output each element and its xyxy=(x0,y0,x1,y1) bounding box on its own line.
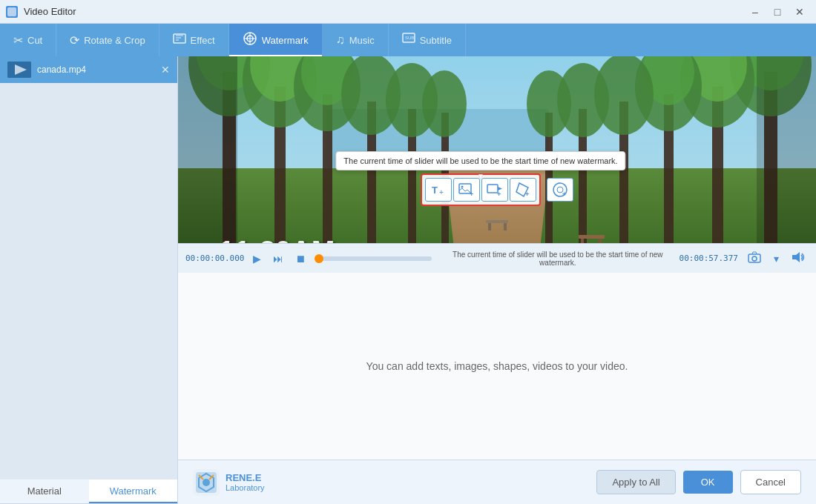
app-icon xyxy=(6,6,18,18)
rotate-icon: ⟳ xyxy=(70,33,79,47)
controls-bar: 00:00:00.000 ▶ ⏭ ⏹ The current time of s… xyxy=(178,243,816,273)
ok-button[interactable]: OK xyxy=(683,471,733,494)
video-area: 11:30AM NIZZA GARD The current time of s… xyxy=(178,56,816,504)
tab-subtitle-label: Subtitle xyxy=(420,35,452,46)
sub-tab-material[interactable]: Material xyxy=(0,480,89,503)
progress-thumb xyxy=(315,254,323,263)
maximize-button[interactable]: □ xyxy=(767,1,788,22)
controls-info-text: The current time of slider will be used … xyxy=(442,251,673,267)
logo-line2: Laboratory xyxy=(226,483,265,492)
tab-effect[interactable]: Effect xyxy=(159,24,229,56)
content-area: You can add texts, images, shapes, video… xyxy=(178,273,816,460)
svg-point-29 xyxy=(422,70,467,137)
left-panel: canada.mp4 ✕ Material Watermark xyxy=(0,56,178,504)
logo-line1: RENE.E xyxy=(226,472,265,483)
svg-point-72 xyxy=(203,479,210,486)
video-player: 11:30AM NIZZA GARD The current time of s… xyxy=(178,56,816,243)
svg-text:11:30AM: 11:30AM xyxy=(219,236,335,243)
svg-text:+: + xyxy=(525,190,529,198)
tab-watermark[interactable]: Watermark xyxy=(229,24,323,56)
sub-tab-watermark[interactable]: Watermark xyxy=(89,480,178,503)
watermark-icon xyxy=(243,32,257,48)
progress-track[interactable] xyxy=(319,256,432,261)
file-browser xyxy=(0,83,177,480)
step-button[interactable]: ⏭ xyxy=(270,250,286,268)
svg-rect-0 xyxy=(7,7,16,16)
logo-text: RENE.E Laboratory xyxy=(226,472,265,492)
svg-text:+: + xyxy=(439,188,444,196)
tab-cut[interactable]: ✂ Cut xyxy=(0,24,56,56)
svg-rect-49 xyxy=(599,239,602,243)
watermark-popup-text: The current time of slider will be used … xyxy=(335,151,625,170)
video-scene: 11:30AM NIZZA GARD xyxy=(178,56,816,243)
svg-point-58 xyxy=(461,186,464,188)
svg-text:+: + xyxy=(562,190,566,198)
stop-button[interactable]: ⏹ xyxy=(292,250,309,268)
tab-cut-label: Cut xyxy=(27,35,42,46)
cut-icon: ✂ xyxy=(13,33,23,47)
add-watermark-extra-button[interactable]: + xyxy=(547,178,573,202)
tab-subtitle[interactable]: SUB Subtitle xyxy=(389,24,466,56)
tab-music[interactable]: ♫ Music xyxy=(323,24,389,56)
tab-rotate-label: Rotate & Crop xyxy=(84,35,145,46)
svg-text:SUB: SUB xyxy=(405,36,414,40)
svg-rect-51 xyxy=(488,223,491,231)
title-bar: Video Editor – □ ✕ xyxy=(0,0,816,24)
title-bar-left: Video Editor xyxy=(6,6,76,18)
apply-to-all-button[interactable]: Apply to All xyxy=(596,470,675,494)
window-controls: – □ ✕ xyxy=(745,1,810,22)
add-video-watermark-button[interactable]: + xyxy=(481,178,508,202)
file-close-button[interactable]: ✕ xyxy=(161,64,170,76)
file-thumbnail xyxy=(7,62,31,78)
time-end: 00:00:57.377 xyxy=(680,253,738,263)
file-name: canada.mp4 xyxy=(37,64,155,75)
music-icon: ♫ xyxy=(336,33,345,47)
app-title: Video Editor xyxy=(24,6,76,17)
svg-rect-47 xyxy=(579,235,605,239)
tab-effect-label: Effect xyxy=(191,35,215,46)
add-text-watermark-button[interactable]: T+ xyxy=(425,178,452,202)
popup-message: The current time of slider will be used … xyxy=(343,156,617,165)
tab-music-label: Music xyxy=(349,35,375,46)
screenshot-button[interactable] xyxy=(744,248,765,270)
main-layout: canada.mp4 ✕ Material Watermark xyxy=(0,56,816,504)
tab-bar: ✂ Cut ⟳ Rotate & Crop Effect Watermark ♫… xyxy=(0,24,816,56)
minimize-button[interactable]: – xyxy=(745,1,766,22)
sub-tabs: Material Watermark xyxy=(0,480,177,504)
add-image-watermark-button[interactable]: + xyxy=(453,178,480,202)
watermark-toolbar: The current time of slider will be used … xyxy=(421,173,573,206)
subtitle-icon: SUB xyxy=(402,32,415,48)
svg-rect-48 xyxy=(581,239,584,243)
svg-text:T: T xyxy=(432,185,438,196)
bottom-bar: RENE.E Laboratory Apply to All OK Cancel xyxy=(178,460,816,504)
svg-rect-46 xyxy=(757,56,816,243)
cancel-button[interactable]: Cancel xyxy=(740,470,801,494)
svg-point-44 xyxy=(527,70,571,137)
svg-point-68 xyxy=(752,256,757,261)
svg-rect-52 xyxy=(504,223,507,231)
add-shape-watermark-button[interactable]: + xyxy=(510,178,536,202)
svg-rect-45 xyxy=(178,56,237,243)
content-hint: You can add texts, images, shapes, video… xyxy=(366,360,628,372)
tab-rotate-crop[interactable]: ⟳ Rotate & Crop xyxy=(56,24,159,56)
logo-icon xyxy=(193,469,220,496)
close-button[interactable]: ✕ xyxy=(789,1,810,22)
tab-watermark-label: Watermark xyxy=(262,35,309,46)
time-start: 00:00:00.000 xyxy=(185,253,244,263)
svg-text:+: + xyxy=(497,190,501,198)
svg-rect-60 xyxy=(487,185,498,193)
bottom-actions: Apply to All OK Cancel xyxy=(596,470,801,494)
logo-area: RENE.E Laboratory xyxy=(193,469,265,496)
sub-tab-material-label: Material xyxy=(27,485,62,497)
play-button[interactable]: ▶ xyxy=(250,250,264,268)
file-tab: canada.mp4 ✕ xyxy=(0,56,177,83)
effect-icon xyxy=(173,32,186,48)
sub-tab-watermark-label: Watermark xyxy=(110,485,157,497)
svg-rect-50 xyxy=(486,220,508,223)
svg-marker-69 xyxy=(792,252,800,262)
volume-button[interactable] xyxy=(788,248,809,270)
screenshot-dropdown-button[interactable]: ▾ xyxy=(771,250,782,268)
svg-text:+: + xyxy=(470,190,473,198)
